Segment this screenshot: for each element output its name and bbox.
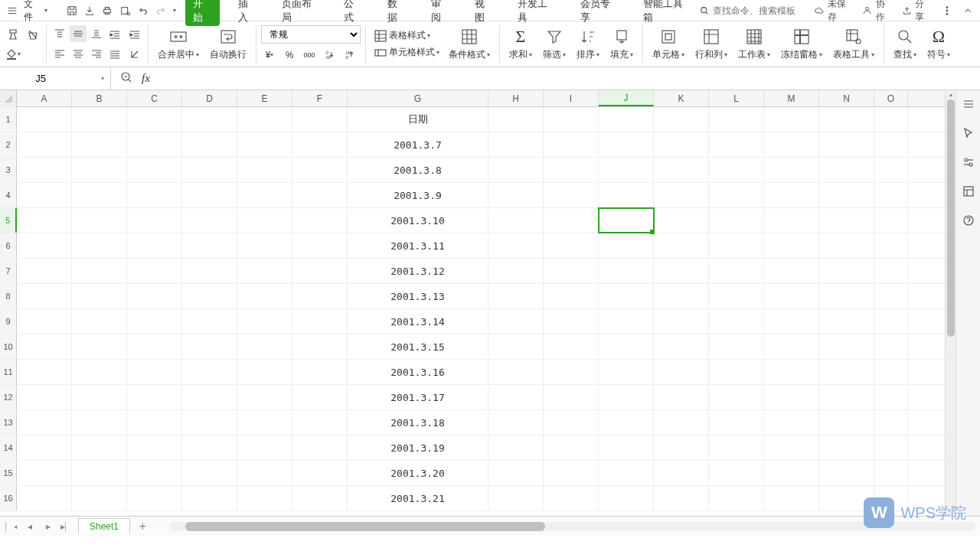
cell-H2[interactable] bbox=[488, 132, 544, 157]
cell-F15[interactable] bbox=[292, 461, 348, 485]
cell-N4[interactable] bbox=[819, 183, 874, 207]
cell-O8[interactable] bbox=[874, 284, 908, 308]
cell-M4[interactable] bbox=[764, 183, 819, 207]
cell-N7[interactable] bbox=[819, 259, 874, 283]
cell-E9[interactable] bbox=[237, 309, 292, 334]
cell-G16[interactable]: 2001.3.21 bbox=[348, 486, 488, 510]
row-header-7[interactable]: 7 bbox=[0, 259, 17, 283]
cell-H15[interactable] bbox=[488, 461, 544, 485]
cell-J16[interactable] bbox=[599, 486, 654, 510]
cell-O11[interactable] bbox=[874, 360, 908, 384]
fill-color-icon[interactable]: ▾ bbox=[5, 46, 21, 63]
cell-K8[interactable] bbox=[654, 284, 709, 308]
menu-tab-5[interactable]: 审阅 bbox=[425, 0, 456, 28]
cell-K14[interactable] bbox=[654, 435, 709, 460]
cell-G13[interactable]: 2001.3.18 bbox=[348, 410, 488, 435]
col-header-N[interactable]: N bbox=[819, 90, 874, 106]
cell-O4[interactable] bbox=[874, 183, 908, 207]
table-tools-button[interactable]: 表格工具▾ bbox=[828, 25, 879, 63]
align-bottom-icon[interactable] bbox=[88, 25, 105, 42]
cell-O3[interactable] bbox=[874, 158, 908, 182]
decrease-indent-icon[interactable] bbox=[106, 26, 123, 43]
scroll-up-icon[interactable]: ▴ bbox=[947, 90, 955, 98]
cell-K12[interactable] bbox=[654, 385, 709, 409]
file-menu[interactable]: 文件 ▾ bbox=[24, 0, 47, 24]
cell-L8[interactable] bbox=[709, 284, 764, 308]
cell-G8[interactable]: 2001.3.13 bbox=[348, 284, 488, 308]
cell-M9[interactable] bbox=[764, 309, 819, 334]
fx-icon[interactable]: fx bbox=[142, 72, 150, 85]
select-tool-icon[interactable] bbox=[961, 126, 976, 141]
vertical-scrollbar[interactable]: ▴ bbox=[945, 90, 956, 516]
cell-A16[interactable] bbox=[17, 486, 72, 510]
cell-G11[interactable]: 2001.3.16 bbox=[348, 360, 488, 384]
filter-button[interactable]: 筛选▾ bbox=[538, 25, 570, 63]
menu-tab-4[interactable]: 数据 bbox=[381, 0, 413, 28]
cell-F8[interactable] bbox=[292, 284, 348, 308]
cell-J9[interactable] bbox=[599, 309, 654, 334]
cell-E1[interactable] bbox=[237, 107, 292, 132]
cell-E16[interactable] bbox=[237, 486, 292, 510]
justify-icon[interactable] bbox=[106, 46, 123, 63]
col-header-C[interactable]: C bbox=[127, 90, 182, 106]
row-header-12[interactable]: 12 bbox=[0, 385, 17, 409]
cell-F1[interactable] bbox=[292, 107, 348, 132]
cell-L11[interactable] bbox=[709, 360, 764, 384]
cell-I4[interactable] bbox=[544, 183, 599, 207]
cell-H8[interactable] bbox=[488, 284, 544, 308]
cell-M12[interactable] bbox=[764, 385, 819, 409]
cell-D11[interactable] bbox=[182, 360, 237, 384]
cell-A13[interactable] bbox=[17, 410, 72, 435]
menu-tab-2[interactable]: 页面布局 bbox=[276, 0, 326, 28]
cell-J8[interactable] bbox=[599, 284, 654, 308]
cell-F6[interactable] bbox=[292, 233, 348, 258]
cell-M1[interactable] bbox=[764, 107, 819, 132]
sort-button[interactable]: 排序▾ bbox=[572, 25, 604, 63]
orientation-icon[interactable] bbox=[126, 46, 143, 63]
cell-N9[interactable] bbox=[819, 309, 874, 334]
redo-icon[interactable] bbox=[155, 5, 167, 17]
cell-G14[interactable]: 2001.3.19 bbox=[348, 435, 488, 460]
row-header-4[interactable]: 4 bbox=[0, 183, 17, 207]
cell-E5[interactable] bbox=[237, 208, 292, 233]
settings-icon[interactable] bbox=[961, 155, 976, 170]
wrap-text-button[interactable]: 自动换行 bbox=[205, 25, 251, 63]
save-icon[interactable] bbox=[66, 5, 77, 17]
cell-G10[interactable]: 2001.3.15 bbox=[348, 334, 488, 359]
unsaved-status[interactable]: 未保存 bbox=[814, 0, 853, 24]
export-icon[interactable] bbox=[83, 5, 95, 17]
cell-H10[interactable] bbox=[488, 334, 544, 359]
cell-E7[interactable] bbox=[237, 259, 292, 283]
collab-button[interactable]: 协作 bbox=[862, 0, 893, 24]
cell-B8[interactable] bbox=[72, 284, 127, 308]
cell-K15[interactable] bbox=[654, 461, 709, 485]
cell-N2[interactable] bbox=[819, 132, 874, 157]
row-header-11[interactable]: 11 bbox=[0, 360, 17, 384]
cell-J15[interactable] bbox=[599, 461, 654, 485]
cell-C5[interactable] bbox=[127, 208, 182, 233]
cell-M11[interactable] bbox=[764, 360, 819, 384]
cell-O9[interactable] bbox=[874, 309, 908, 334]
row-header-8[interactable]: 8 bbox=[0, 284, 17, 308]
cell-L4[interactable] bbox=[709, 183, 764, 207]
row-header-15[interactable]: 15 bbox=[0, 461, 17, 485]
cell-N8[interactable] bbox=[819, 284, 874, 308]
cell-F16[interactable] bbox=[292, 486, 348, 510]
align-center-icon[interactable] bbox=[70, 45, 87, 62]
vscroll-thumb[interactable] bbox=[947, 99, 955, 337]
cell-I13[interactable] bbox=[544, 410, 599, 435]
freeze-button[interactable]: 冻结窗格▾ bbox=[776, 25, 827, 63]
cell-D1[interactable] bbox=[182, 107, 237, 132]
cell-N1[interactable] bbox=[819, 107, 874, 132]
cell-F12[interactable] bbox=[292, 385, 348, 409]
cell-M8[interactable] bbox=[764, 284, 819, 308]
cell-K5[interactable] bbox=[654, 208, 709, 233]
cell-H11[interactable] bbox=[488, 360, 544, 384]
search-input[interactable] bbox=[713, 5, 805, 16]
properties-icon[interactable] bbox=[961, 184, 976, 199]
worksheet-button[interactable]: 工作表▾ bbox=[733, 25, 775, 63]
cell-D13[interactable] bbox=[182, 410, 237, 435]
cell-K9[interactable] bbox=[654, 309, 709, 334]
cell-K13[interactable] bbox=[654, 410, 709, 435]
cell-H7[interactable] bbox=[488, 259, 544, 283]
